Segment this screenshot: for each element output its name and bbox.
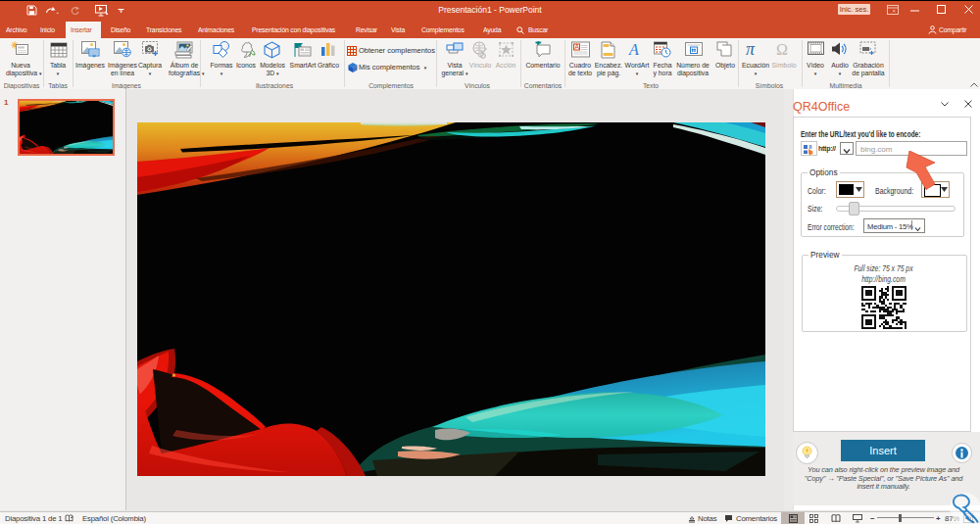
svg-text:A: A (628, 41, 639, 58)
svg-text:π: π (746, 41, 756, 57)
svg-text:Ω: Ω (776, 41, 788, 57)
svg-text:A: A (575, 43, 580, 50)
